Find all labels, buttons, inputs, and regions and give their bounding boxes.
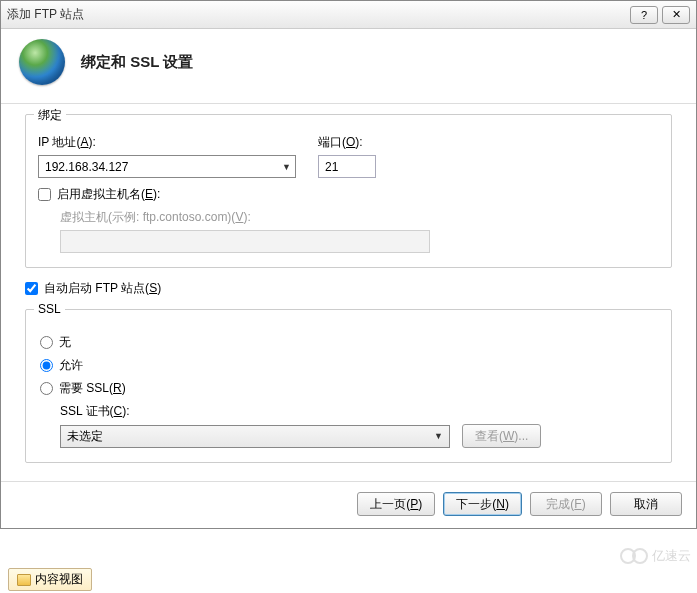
ip-address-value: 192.168.34.127 — [45, 160, 128, 174]
chevron-down-icon: ▼ — [434, 431, 443, 441]
previous-button[interactable]: 上一页(P) — [357, 492, 435, 516]
dialog-content: 绑定 IP 地址(A): 192.168.34.127 ▼ 端口(O): — [1, 104, 696, 481]
view-cert-button: 查看(W)... — [462, 424, 541, 448]
finish-button: 完成(F) — [530, 492, 602, 516]
virtual-host-label: 虚拟主机(示例: ftp.contoso.com)(V): — [60, 209, 659, 226]
close-button[interactable]: ✕ — [662, 6, 690, 24]
ssl-require-label: 需要 SSL(R) — [59, 380, 126, 397]
help-icon: ? — [641, 9, 647, 21]
close-icon: ✕ — [672, 8, 681, 21]
cancel-button[interactable]: 取消 — [610, 492, 682, 516]
ssl-cert-combo[interactable]: 未选定 ▼ — [60, 425, 450, 448]
port-label: 端口(O): — [318, 134, 376, 151]
content-view-tab[interactable]: 内容视图 — [8, 568, 92, 591]
dialog-footer: 上一页(P) 下一步(N) 完成(F) 取消 — [1, 481, 696, 528]
ssl-allow-radio[interactable] — [40, 359, 53, 372]
virtual-host-input — [60, 230, 430, 253]
next-button[interactable]: 下一步(N) — [443, 492, 522, 516]
ssl-legend: SSL — [34, 302, 65, 316]
ssl-fieldset: SSL 无 允许 需要 SSL(R) SSL 证书(C): — [25, 309, 672, 463]
ssl-require-row[interactable]: 需要 SSL(R) — [38, 380, 659, 397]
help-button[interactable]: ? — [630, 6, 658, 24]
page-title: 绑定和 SSL 设置 — [81, 53, 193, 72]
ssl-none-label: 无 — [59, 334, 71, 351]
enable-virtual-host-label: 启用虚拟主机名(E): — [57, 186, 160, 203]
ssl-require-radio[interactable] — [40, 382, 53, 395]
content-view-label: 内容视图 — [35, 571, 83, 588]
ip-address-combo[interactable]: 192.168.34.127 ▼ — [38, 155, 296, 178]
auto-start-label: 自动启动 FTP 站点(S) — [44, 280, 161, 297]
dialog-window: 添加 FTP 站点 ? ✕ 绑定和 SSL 设置 绑定 IP 地址(A): 19… — [0, 0, 697, 529]
folder-icon — [17, 574, 31, 586]
ssl-cert-value: 未选定 — [67, 428, 103, 445]
auto-start-checkbox[interactable] — [25, 282, 38, 295]
ssl-none-radio[interactable] — [40, 336, 53, 349]
ssl-cert-label: SSL 证书(C): — [60, 403, 659, 420]
titlebar-buttons: ? ✕ — [630, 6, 690, 24]
window-title: 添加 FTP 站点 — [7, 6, 84, 23]
ip-address-label: IP 地址(A): — [38, 134, 296, 151]
ssl-none-row[interactable]: 无 — [38, 334, 659, 351]
dialog-header: 绑定和 SSL 设置 — [1, 29, 696, 104]
port-input[interactable] — [318, 155, 376, 178]
chevron-down-icon: ▼ — [282, 162, 291, 172]
globe-icon — [19, 39, 65, 85]
ssl-allow-row[interactable]: 允许 — [38, 357, 659, 374]
ssl-allow-label: 允许 — [59, 357, 83, 374]
watermark: 亿速云 — [620, 547, 691, 565]
binding-fieldset: 绑定 IP 地址(A): 192.168.34.127 ▼ 端口(O): — [25, 114, 672, 268]
binding-legend: 绑定 — [34, 107, 66, 124]
enable-virtual-host-checkbox[interactable] — [38, 188, 51, 201]
titlebar: 添加 FTP 站点 ? ✕ — [1, 1, 696, 29]
